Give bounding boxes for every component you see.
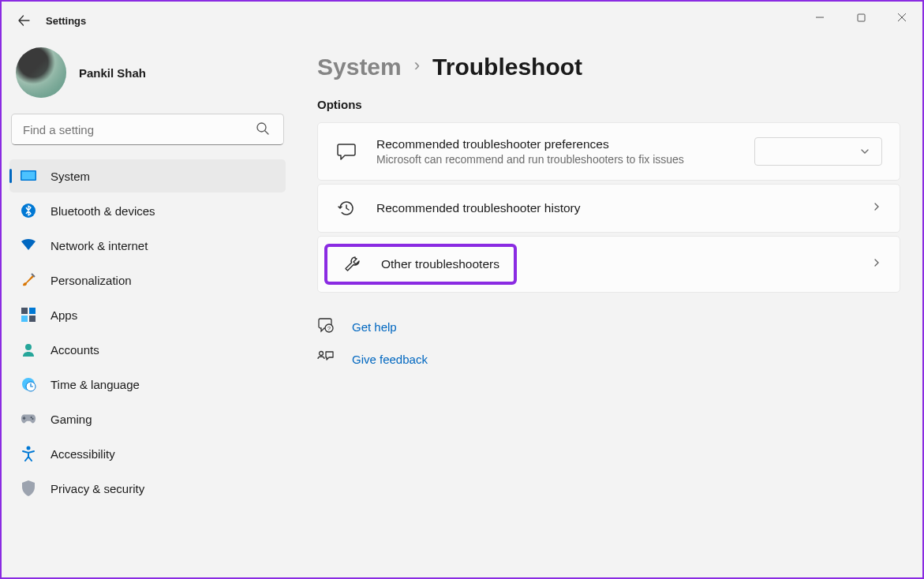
apps-icon bbox=[21, 307, 36, 323]
sidebar-item-label: Accounts bbox=[51, 343, 99, 357]
breadcrumb: System › Troubleshoot bbox=[317, 54, 900, 80]
back-button[interactable] bbox=[8, 5, 39, 36]
card-troubleshooter-prefs[interactable]: Recommended troubleshooter preferences M… bbox=[317, 122, 900, 181]
svg-point-1 bbox=[257, 123, 266, 132]
sidebar-item-label: Network & internet bbox=[51, 239, 148, 252]
close-icon bbox=[897, 13, 907, 22]
wrench-icon bbox=[342, 255, 364, 274]
arrow-left-icon bbox=[17, 14, 30, 27]
sidebar-item-time[interactable]: Time & language bbox=[9, 368, 286, 401]
svg-rect-3 bbox=[22, 172, 36, 180]
give-feedback-link[interactable]: Give feedback bbox=[352, 353, 428, 366]
profile-block[interactable]: Pankil Shah bbox=[9, 39, 286, 114]
nav-list: System Bluetooth & devices Network & int… bbox=[9, 159, 286, 505]
section-label: Options bbox=[317, 98, 900, 111]
card-title: Other troubleshooters bbox=[381, 257, 499, 271]
svg-rect-0 bbox=[858, 14, 865, 21]
main-content: System › Troubleshoot Options Recommende… bbox=[294, 39, 922, 577]
brush-icon bbox=[21, 272, 36, 288]
card-title: Recommended troubleshooter history bbox=[376, 201, 852, 215]
sidebar-item-accessibility[interactable]: Accessibility bbox=[9, 437, 286, 470]
prefs-dropdown[interactable] bbox=[754, 137, 882, 166]
chevron-right-icon bbox=[871, 201, 882, 215]
user-name: Pankil Shah bbox=[79, 66, 146, 80]
search-input[interactable] bbox=[11, 114, 284, 145]
system-icon bbox=[21, 168, 36, 184]
help-links: ? Get help Give feedback bbox=[317, 316, 900, 368]
svg-point-12 bbox=[31, 417, 32, 418]
avatar bbox=[16, 47, 66, 98]
window-controls bbox=[799, 2, 922, 33]
wifi-icon bbox=[21, 237, 36, 253]
minimize-icon bbox=[815, 13, 825, 22]
svg-point-17 bbox=[320, 352, 324, 356]
chevron-right-icon bbox=[871, 257, 882, 271]
window-title: Settings bbox=[46, 15, 86, 27]
feedback-icon bbox=[317, 349, 336, 368]
svg-rect-6 bbox=[29, 308, 36, 314]
breadcrumb-parent[interactable]: System bbox=[317, 54, 402, 80]
person-icon bbox=[21, 342, 36, 357]
maximize-icon bbox=[857, 13, 866, 22]
svg-rect-5 bbox=[21, 308, 28, 314]
svg-rect-8 bbox=[29, 316, 36, 322]
history-icon bbox=[335, 199, 357, 218]
chevron-right-icon: › bbox=[414, 55, 420, 79]
sidebar: Pankil Shah System Bluetooth & devices N… bbox=[2, 39, 294, 577]
sidebar-item-label: Personalization bbox=[51, 274, 132, 287]
page-title: Troubleshoot bbox=[432, 54, 582, 80]
sidebar-item-network[interactable]: Network & internet bbox=[9, 229, 286, 262]
card-other-troubleshooters[interactable]: Other troubleshooters bbox=[317, 236, 900, 293]
accessibility-icon bbox=[21, 446, 36, 461]
bluetooth-icon bbox=[21, 203, 36, 219]
titlebar: Settings bbox=[2, 2, 922, 39]
card-subtitle: Microsoft can recommend and run troubles… bbox=[376, 153, 735, 166]
svg-point-14 bbox=[27, 446, 31, 450]
search-icon bbox=[256, 121, 270, 139]
svg-rect-7 bbox=[21, 316, 28, 322]
minimize-button[interactable] bbox=[799, 2, 840, 33]
highlight-annotation: Other troubleshooters bbox=[324, 244, 517, 285]
sidebar-item-label: System bbox=[51, 170, 90, 183]
sidebar-item-personalization[interactable]: Personalization bbox=[9, 263, 286, 297]
clock-globe-icon bbox=[21, 376, 36, 392]
sidebar-item-gaming[interactable]: Gaming bbox=[9, 402, 286, 435]
sidebar-item-system[interactable]: System bbox=[9, 159, 286, 192]
svg-text:?: ? bbox=[327, 326, 331, 331]
svg-point-9 bbox=[25, 344, 32, 350]
sidebar-item-label: Accessibility bbox=[51, 447, 115, 461]
chat-icon bbox=[335, 143, 357, 160]
chevron-down-icon bbox=[859, 146, 870, 157]
sidebar-item-privacy[interactable]: Privacy & security bbox=[9, 472, 286, 505]
sidebar-item-label: Gaming bbox=[51, 413, 92, 426]
shield-icon bbox=[21, 480, 36, 496]
card-title: Recommended troubleshooter preferences bbox=[376, 137, 735, 151]
sidebar-item-label: Bluetooth & devices bbox=[51, 204, 155, 218]
close-button[interactable] bbox=[881, 2, 922, 33]
help-icon: ? bbox=[317, 316, 336, 337]
sidebar-item-label: Privacy & security bbox=[51, 482, 144, 495]
sidebar-item-apps[interactable]: Apps bbox=[9, 298, 286, 331]
sidebar-item-accounts[interactable]: Accounts bbox=[9, 333, 286, 366]
sidebar-item-bluetooth[interactable]: Bluetooth & devices bbox=[9, 194, 286, 227]
card-troubleshooter-history[interactable]: Recommended troubleshooter history bbox=[317, 184, 900, 233]
get-help-link[interactable]: Get help bbox=[352, 320, 397, 334]
sidebar-item-label: Time & language bbox=[51, 378, 140, 391]
svg-point-13 bbox=[32, 418, 33, 420]
sidebar-item-label: Apps bbox=[51, 308, 77, 322]
maximize-button[interactable] bbox=[840, 2, 881, 33]
gamepad-icon bbox=[21, 411, 36, 427]
